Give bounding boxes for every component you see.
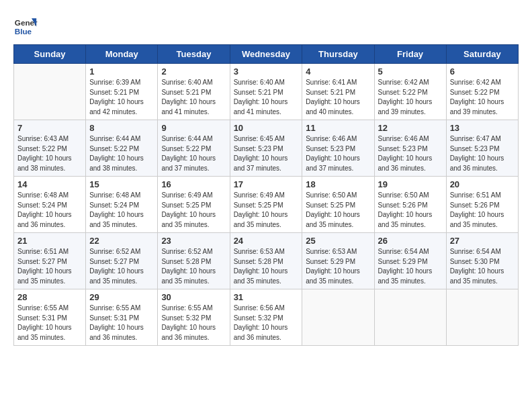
sunrise-text: Sunrise: 6:47 AM bbox=[450, 134, 515, 144]
day-number: 31 bbox=[234, 292, 299, 302]
day-number: 29 bbox=[89, 292, 154, 302]
calendar-day-empty bbox=[374, 289, 446, 346]
sunrise-text: Sunrise: 6:44 AM bbox=[89, 134, 154, 144]
sunset-text: Sunset: 5:26 PM bbox=[450, 201, 515, 211]
daylight-text-line2: and 35 minutes. bbox=[161, 220, 226, 230]
day-number: 1 bbox=[89, 66, 154, 77]
day-number: 13 bbox=[450, 123, 515, 133]
sunrise-text: Sunrise: 6:44 AM bbox=[161, 134, 226, 144]
calendar-header-row: SundayMondayTuesdayWednesdayThursdayFrid… bbox=[14, 45, 519, 64]
daylight-text-line1: Daylight: 10 hours bbox=[17, 210, 82, 220]
calendar-header-tuesday: Tuesday bbox=[158, 45, 230, 64]
calendar-week-row: 28Sunrise: 6:55 AMSunset: 5:31 PMDayligh… bbox=[14, 289, 519, 346]
sunset-text: Sunset: 5:28 PM bbox=[234, 257, 299, 267]
calendar-week-row: 14Sunrise: 6:48 AMSunset: 5:24 PMDayligh… bbox=[14, 177, 519, 233]
daylight-text-line1: Daylight: 10 hours bbox=[378, 97, 443, 107]
sunrise-text: Sunrise: 6:51 AM bbox=[17, 247, 82, 257]
daylight-text-line1: Daylight: 10 hours bbox=[450, 210, 515, 220]
calendar-day-8: 8Sunrise: 6:44 AMSunset: 5:22 PMDaylight… bbox=[86, 120, 158, 177]
daylight-text-line1: Daylight: 10 hours bbox=[306, 154, 370, 164]
sunset-text: Sunset: 5:23 PM bbox=[378, 144, 443, 154]
day-number: 27 bbox=[450, 236, 515, 246]
sunrise-text: Sunrise: 6:40 AM bbox=[234, 78, 299, 88]
calendar-day-2: 2Sunrise: 6:40 AMSunset: 5:21 PMDaylight… bbox=[158, 64, 230, 120]
calendar-day-26: 26Sunrise: 6:54 AMSunset: 5:29 PMDayligh… bbox=[374, 233, 446, 289]
daylight-text-line1: Daylight: 10 hours bbox=[161, 323, 226, 333]
daylight-text-line1: Daylight: 10 hours bbox=[234, 154, 299, 164]
day-number: 12 bbox=[378, 123, 443, 133]
sunset-text: Sunset: 5:22 PM bbox=[89, 144, 154, 154]
day-number: 4 bbox=[306, 66, 370, 77]
sunrise-text: Sunrise: 6:40 AM bbox=[161, 78, 226, 88]
sunset-text: Sunset: 5:30 PM bbox=[450, 257, 515, 267]
day-detail: Sunrise: 6:54 AMSunset: 5:29 PMDaylight:… bbox=[378, 247, 443, 286]
calendar-day-11: 11Sunrise: 6:46 AMSunset: 5:23 PMDayligh… bbox=[302, 120, 374, 177]
logo-icon: General Blue bbox=[13, 13, 38, 38]
sunset-text: Sunset: 5:25 PM bbox=[306, 201, 370, 211]
day-detail: Sunrise: 6:44 AMSunset: 5:22 PMDaylight:… bbox=[89, 134, 154, 173]
day-number: 23 bbox=[161, 236, 226, 246]
daylight-text-line1: Daylight: 10 hours bbox=[17, 154, 82, 164]
day-number: 11 bbox=[306, 123, 370, 133]
sunset-text: Sunset: 5:26 PM bbox=[378, 201, 443, 211]
daylight-text-line1: Daylight: 10 hours bbox=[161, 97, 226, 107]
calendar-day-1: 1Sunrise: 6:39 AMSunset: 5:21 PMDaylight… bbox=[86, 64, 158, 120]
day-detail: Sunrise: 6:42 AMSunset: 5:22 PMDaylight:… bbox=[378, 78, 443, 117]
daylight-text-line2: and 36 minutes. bbox=[89, 333, 154, 343]
daylight-text-line1: Daylight: 10 hours bbox=[306, 267, 370, 277]
sunset-text: Sunset: 5:31 PM bbox=[17, 314, 82, 324]
calendar-day-23: 23Sunrise: 6:52 AMSunset: 5:28 PMDayligh… bbox=[158, 233, 230, 289]
calendar-day-21: 21Sunrise: 6:51 AMSunset: 5:27 PMDayligh… bbox=[14, 233, 86, 289]
day-number: 7 bbox=[17, 123, 82, 133]
calendar-day-29: 29Sunrise: 6:55 AMSunset: 5:31 PMDayligh… bbox=[86, 289, 158, 346]
day-number: 21 bbox=[17, 236, 82, 246]
calendar-day-empty bbox=[302, 289, 374, 346]
day-number: 22 bbox=[89, 236, 154, 246]
calendar-day-3: 3Sunrise: 6:40 AMSunset: 5:21 PMDaylight… bbox=[230, 64, 302, 120]
daylight-text-line2: and 35 minutes. bbox=[89, 277, 154, 287]
daylight-text-line2: and 42 minutes. bbox=[89, 107, 154, 118]
calendar-week-row: 7Sunrise: 6:43 AMSunset: 5:22 PMDaylight… bbox=[14, 120, 519, 177]
sunrise-text: Sunrise: 6:55 AM bbox=[17, 304, 82, 314]
day-detail: Sunrise: 6:42 AMSunset: 5:22 PMDaylight:… bbox=[450, 78, 515, 117]
daylight-text-line2: and 35 minutes. bbox=[234, 277, 299, 287]
daylight-text-line1: Daylight: 10 hours bbox=[161, 267, 226, 277]
day-number: 2 bbox=[161, 66, 226, 77]
calendar-day-14: 14Sunrise: 6:48 AMSunset: 5:24 PMDayligh… bbox=[14, 177, 86, 233]
day-detail: Sunrise: 6:48 AMSunset: 5:24 PMDaylight:… bbox=[17, 191, 82, 230]
sunset-text: Sunset: 5:21 PM bbox=[234, 88, 299, 98]
day-detail: Sunrise: 6:55 AMSunset: 5:31 PMDaylight:… bbox=[17, 304, 82, 342]
day-detail: Sunrise: 6:41 AMSunset: 5:21 PMDaylight:… bbox=[306, 78, 370, 117]
page-header: General Blue bbox=[13, 13, 519, 38]
calendar-week-row: 1Sunrise: 6:39 AMSunset: 5:21 PMDaylight… bbox=[14, 64, 519, 120]
calendar-header-saturday: Saturday bbox=[446, 45, 518, 64]
sunrise-text: Sunrise: 6:48 AM bbox=[17, 191, 82, 201]
day-number: 8 bbox=[89, 123, 154, 133]
calendar-day-15: 15Sunrise: 6:48 AMSunset: 5:24 PMDayligh… bbox=[86, 177, 158, 233]
calendar-day-31: 31Sunrise: 6:56 AMSunset: 5:32 PMDayligh… bbox=[230, 289, 302, 346]
daylight-text-line2: and 40 minutes. bbox=[306, 107, 370, 118]
calendar-day-28: 28Sunrise: 6:55 AMSunset: 5:31 PMDayligh… bbox=[14, 289, 86, 346]
daylight-text-line2: and 36 minutes. bbox=[17, 220, 82, 230]
day-number: 3 bbox=[234, 66, 299, 77]
daylight-text-line2: and 35 minutes. bbox=[306, 277, 370, 287]
calendar-header-thursday: Thursday bbox=[302, 45, 374, 64]
svg-text:Blue: Blue bbox=[15, 27, 32, 36]
calendar-header-friday: Friday bbox=[374, 45, 446, 64]
calendar-day-4: 4Sunrise: 6:41 AMSunset: 5:21 PMDaylight… bbox=[302, 64, 374, 120]
sunset-text: Sunset: 5:24 PM bbox=[89, 201, 154, 211]
day-detail: Sunrise: 6:55 AMSunset: 5:32 PMDaylight:… bbox=[161, 304, 226, 342]
sunrise-text: Sunrise: 6:53 AM bbox=[234, 247, 299, 257]
calendar-header-wednesday: Wednesday bbox=[230, 45, 302, 64]
sunset-text: Sunset: 5:23 PM bbox=[450, 144, 515, 154]
sunrise-text: Sunrise: 6:55 AM bbox=[89, 304, 154, 314]
daylight-text-line2: and 39 minutes. bbox=[378, 107, 443, 118]
daylight-text-line1: Daylight: 10 hours bbox=[378, 154, 443, 164]
day-detail: Sunrise: 6:46 AMSunset: 5:23 PMDaylight:… bbox=[378, 134, 443, 173]
daylight-text-line1: Daylight: 10 hours bbox=[17, 267, 82, 277]
daylight-text-line2: and 41 minutes. bbox=[161, 107, 226, 118]
day-number: 28 bbox=[17, 292, 82, 302]
daylight-text-line1: Daylight: 10 hours bbox=[89, 154, 154, 164]
day-detail: Sunrise: 6:48 AMSunset: 5:24 PMDaylight:… bbox=[89, 191, 154, 230]
day-number: 19 bbox=[378, 179, 443, 189]
